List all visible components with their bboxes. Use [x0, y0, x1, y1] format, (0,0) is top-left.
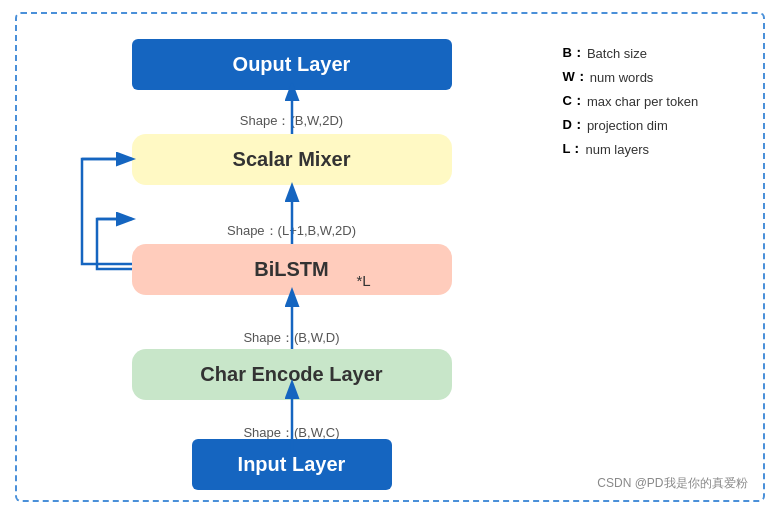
legend-key-l: L：: [563, 140, 584, 158]
watermark: CSDN @PD我是你的真爱粉: [597, 475, 747, 492]
shape-label-3: Shape：(B,W,D): [243, 329, 339, 347]
scalar-mixer-label: Scalar Mixer: [233, 148, 351, 170]
legend-value-d: projection dim: [587, 118, 668, 133]
watermark-text: CSDN @PD我是你的真爱粉: [597, 476, 747, 490]
legend-item-c: C： max char per token: [563, 92, 753, 110]
legend-item-d: D： projection dim: [563, 116, 753, 134]
shape-text-4: Shape：(B,W,C): [243, 425, 339, 440]
legend-key-w: W：: [563, 68, 588, 86]
legend-value-l: num layers: [585, 142, 649, 157]
shape-text-3: Shape：(B,W,D): [243, 330, 339, 345]
char-encode-box: Char Encode Layer: [132, 349, 452, 400]
legend-item-l: L： num layers: [563, 140, 753, 158]
main-container: Ouput Layer Shape：(B,W,2D) Scalar Mixer …: [15, 12, 765, 502]
repeat-label-text: *L: [357, 272, 371, 289]
output-layer-label: Ouput Layer: [233, 53, 351, 75]
legend-value-w: num words: [590, 70, 654, 85]
legend-key-d: D：: [563, 116, 585, 134]
repeat-label: *L: [357, 272, 371, 289]
shape-text-2: Shape：(L+1,B,W,2D): [227, 223, 356, 238]
shape-text-1: Shape：(B,W,2D): [240, 113, 343, 128]
legend-key-c: C：: [563, 92, 585, 110]
input-layer-label: Input Layer: [238, 453, 346, 475]
legend-value-b: Batch size: [587, 46, 647, 61]
input-layer-box: Input Layer: [192, 439, 392, 490]
char-encode-label: Char Encode Layer: [200, 363, 382, 385]
bilstm-box: BiLSTM: [132, 244, 452, 295]
legend-item-w: W： num words: [563, 68, 753, 86]
shape-label-2: Shape：(L+1,B,W,2D): [227, 222, 356, 240]
diagram-area: Ouput Layer Shape：(B,W,2D) Scalar Mixer …: [37, 24, 547, 494]
output-layer-box: Ouput Layer: [132, 39, 452, 90]
legend-key-b: B：: [563, 44, 585, 62]
legend-area: B： Batch size W： num words C： max char p…: [563, 44, 753, 164]
bilstm-label: BiLSTM: [254, 258, 328, 280]
legend-value-c: max char per token: [587, 94, 698, 109]
scalar-mixer-box: Scalar Mixer: [132, 134, 452, 185]
shape-label-1: Shape：(B,W,2D): [240, 112, 343, 130]
legend-item-b: B： Batch size: [563, 44, 753, 62]
